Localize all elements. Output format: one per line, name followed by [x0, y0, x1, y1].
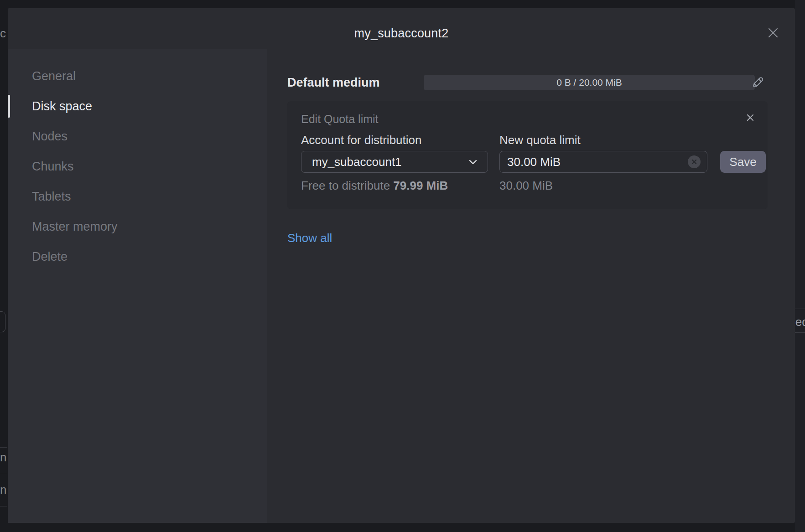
- sidebar-item-delete[interactable]: Delete: [8, 242, 267, 272]
- account-select-value: my_subaccount1: [312, 155, 402, 169]
- divider: [0, 473, 7, 473]
- modal-content: Default medium 0 B / 20.00 MiB Edit Quot…: [267, 49, 795, 523]
- background-table-strip: [795, 0, 805, 532]
- page-background: c n n led my_subaccount2 General Disk sp…: [0, 0, 805, 532]
- default-medium-usage-bar: 0 B / 20.00 MiB: [424, 75, 755, 90]
- background-button-fragment: [0, 311, 5, 332]
- background-text-fragment: n: [0, 450, 6, 465]
- quota-input-wrapper: [499, 151, 707, 173]
- usage-text: 0 B / 20.00 MiB: [556, 77, 622, 88]
- default-medium-row: Default medium 0 B / 20.00 MiB: [287, 75, 768, 90]
- chevron-down-icon: [467, 156, 478, 167]
- sidebar-item-chunks[interactable]: Chunks: [8, 151, 267, 181]
- free-to-distribute-text: Free to distribute 79.99 MiB: [301, 179, 448, 193]
- active-indicator: [8, 95, 10, 118]
- pencil-icon[interactable]: [749, 74, 766, 90]
- show-all-link[interactable]: Show all: [287, 231, 332, 245]
- quota-field-label: New quota limit: [499, 133, 581, 147]
- clear-icon[interactable]: [688, 155, 701, 168]
- edit-quota-panel: Edit Quota limit Account for distributio…: [287, 101, 768, 209]
- divider: [0, 447, 7, 448]
- sidebar-item-nodes[interactable]: Nodes: [8, 121, 267, 151]
- sidebar-item-master-memory[interactable]: Master memory: [8, 212, 267, 242]
- account-field-label: Account for distribution: [301, 133, 421, 147]
- quota-input[interactable]: [507, 155, 688, 169]
- background-text-fragment: c: [0, 26, 6, 41]
- quota-helper-text: 30.00 MiB: [499, 179, 553, 193]
- free-to-distribute-value: 79.99 MiB: [393, 179, 448, 192]
- modal-title: my_subaccount2: [8, 26, 795, 41]
- save-button[interactable]: Save: [720, 151, 766, 173]
- panel-close-icon[interactable]: [743, 110, 758, 125]
- sidebar-item-tablets[interactable]: Tablets: [8, 181, 267, 212]
- divider: [0, 506, 7, 506]
- background-text-fragment: n: [0, 483, 6, 497]
- subaccount-modal: my_subaccount2 General Disk space Nodes …: [8, 8, 795, 523]
- default-medium-label: Default medium: [287, 76, 380, 90]
- account-select[interactable]: my_subaccount1: [301, 151, 488, 173]
- modal-sidebar: General Disk space Nodes Chunks Tablets …: [8, 49, 267, 523]
- sidebar-item-disk-space[interactable]: Disk space: [8, 91, 267, 121]
- divider: [795, 332, 805, 333]
- panel-title: Edit Quota limit: [301, 113, 379, 126]
- divider: [795, 309, 805, 309]
- close-icon[interactable]: [763, 23, 783, 43]
- sidebar-item-general[interactable]: General: [8, 61, 267, 91]
